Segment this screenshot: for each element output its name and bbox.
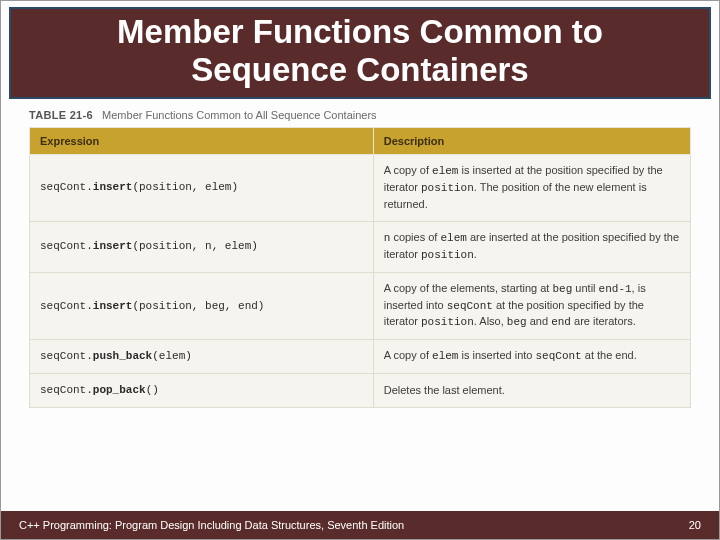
expr-func: push_back	[93, 350, 152, 362]
expr-func: insert	[93, 181, 133, 193]
expr-func: insert	[93, 300, 133, 312]
slide-title: Member Functions Common to Sequence Cont…	[31, 13, 689, 89]
expr-args: ()	[146, 384, 159, 396]
expression-cell: seqCont.pop_back()	[30, 374, 374, 408]
description-cell: A copy of the elements, starting at beg …	[373, 272, 690, 340]
expr-prefix: seqCont.	[40, 300, 93, 312]
description-cell: A copy of elem is inserted into seqCont …	[373, 340, 690, 374]
footer-text: C++ Programming: Program Design Includin…	[19, 519, 404, 531]
expression-cell: seqCont.insert(position, beg, end)	[30, 272, 374, 340]
slide-footer: C++ Programming: Program Design Includin…	[1, 511, 719, 539]
page-number: 20	[689, 519, 701, 531]
expr-args: (position, elem)	[132, 181, 238, 193]
table-row: seqCont.insert(position, beg, end)A copy…	[30, 272, 691, 340]
description-cell: A copy of elem is inserted at the positi…	[373, 154, 690, 221]
expr-prefix: seqCont.	[40, 350, 93, 362]
expr-prefix: seqCont.	[40, 240, 93, 252]
functions-table: Expression Description seqCont.insert(po…	[29, 127, 691, 408]
title-box: Member Functions Common to Sequence Cont…	[9, 7, 711, 99]
expression-cell: seqCont.insert(position, n, elem)	[30, 221, 374, 272]
table-body: seqCont.insert(position, elem)A copy of …	[30, 154, 691, 407]
table-row: seqCont.push_back(elem)A copy of elem is…	[30, 340, 691, 374]
header-expression: Expression	[30, 127, 374, 154]
title-container: Member Functions Common to Sequence Cont…	[9, 7, 711, 99]
table-row: seqCont.insert(position, elem)A copy of …	[30, 154, 691, 221]
table-area: TABLE 21-6 Member Functions Common to Al…	[29, 109, 691, 408]
expr-args: (position, beg, end)	[132, 300, 264, 312]
expr-prefix: seqCont.	[40, 384, 93, 396]
expression-cell: seqCont.insert(position, elem)	[30, 154, 374, 221]
expr-func: insert	[93, 240, 133, 252]
table-header-row: Expression Description	[30, 127, 691, 154]
table-row: seqCont.pop_back()Deletes the last eleme…	[30, 374, 691, 408]
expr-args: (position, n, elem)	[132, 240, 257, 252]
header-description: Description	[373, 127, 690, 154]
table-row: seqCont.insert(position, n, elem)n copie…	[30, 221, 691, 272]
table-caption-text: Member Functions Common to All Sequence …	[102, 109, 377, 121]
table-caption: TABLE 21-6 Member Functions Common to Al…	[29, 109, 691, 121]
description-cell: n copies of elem are inserted at the pos…	[373, 221, 690, 272]
description-cell: Deletes the last element.	[373, 374, 690, 408]
expr-func: pop_back	[93, 384, 146, 396]
title-line-2: Sequence Containers	[191, 51, 528, 88]
title-line-1: Member Functions Common to	[117, 13, 603, 50]
expr-prefix: seqCont.	[40, 181, 93, 193]
expression-cell: seqCont.push_back(elem)	[30, 340, 374, 374]
table-number: TABLE 21-6	[29, 109, 93, 121]
expr-args: (elem)	[152, 350, 192, 362]
